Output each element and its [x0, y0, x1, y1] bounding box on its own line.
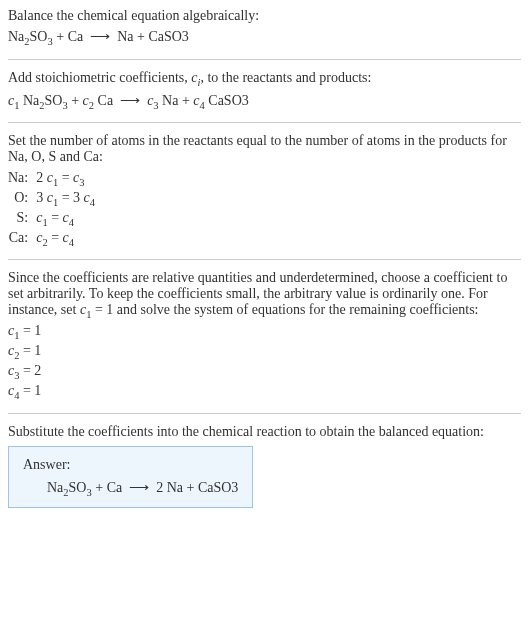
- unbalanced-equation: Na2SO3 + Ca ⟶ Na + CaSO3: [8, 28, 521, 47]
- atom-equation: 2 c1 = c3: [36, 169, 101, 189]
- atom-label: Na:: [8, 169, 36, 189]
- section-substitute: Substitute the coefficients into the che…: [8, 424, 521, 509]
- coefficient-equation: c1 Na2SO3 + c2 Ca ⟶ c3 Na + c4 CaSO3: [8, 92, 521, 111]
- answer-box: Answer: Na2SO3 + Ca ⟶ 2 Na + CaSO3: [8, 446, 253, 509]
- table-row: Ca:c2 = c4: [8, 229, 101, 249]
- atom-equation: c1 = c4: [36, 209, 101, 229]
- atom-balance-tbody: Na:2 c1 = c3O:3 c1 = 3 c4S:c1 = c4Ca:c2 …: [8, 169, 101, 248]
- substitute-text: Substitute the coefficients into the che…: [8, 424, 521, 440]
- balance-prompt-text: Balance the chemical equation algebraica…: [8, 8, 521, 24]
- atom-balance-table: Na:2 c1 = c3O:3 c1 = 3 c4S:c1 = c4Ca:c2 …: [8, 169, 101, 248]
- atom-equation: 3 c1 = 3 c4: [36, 189, 101, 209]
- atom-label: O:: [8, 189, 36, 209]
- atom-equation: c2 = c4: [36, 229, 101, 249]
- atom-balance-text: Set the number of atoms in the reactants…: [8, 133, 521, 165]
- solve-coefficients-text: Since the coefficients are relative quan…: [8, 270, 521, 320]
- answer-title: Answer:: [23, 457, 238, 473]
- balanced-equation: Na2SO3 + Ca ⟶ 2 Na + CaSO3: [23, 479, 238, 498]
- section-atom-balance: Set the number of atoms in the reactants…: [8, 133, 521, 259]
- table-row: S:c1 = c4: [8, 209, 101, 229]
- coefficient-solutions: c1 = 1c2 = 1c3 = 2c4 = 1: [8, 323, 521, 400]
- atom-label: Ca:: [8, 229, 36, 249]
- coefficient-line: c1 = 1: [8, 323, 521, 341]
- table-row: Na:2 c1 = c3: [8, 169, 101, 189]
- section-balance-prompt: Balance the chemical equation algebraica…: [8, 8, 521, 60]
- coefficient-line: c3 = 2: [8, 363, 521, 381]
- section-solve-coefficients: Since the coefficients are relative quan…: [8, 270, 521, 414]
- coefficient-line: c4 = 1: [8, 383, 521, 401]
- table-row: O:3 c1 = 3 c4: [8, 189, 101, 209]
- coefficient-line: c2 = 1: [8, 343, 521, 361]
- section-add-coefficients: Add stoichiometric coefficients, ci, to …: [8, 70, 521, 124]
- atom-label: S:: [8, 209, 36, 229]
- add-coefficients-text: Add stoichiometric coefficients, ci, to …: [8, 70, 521, 88]
